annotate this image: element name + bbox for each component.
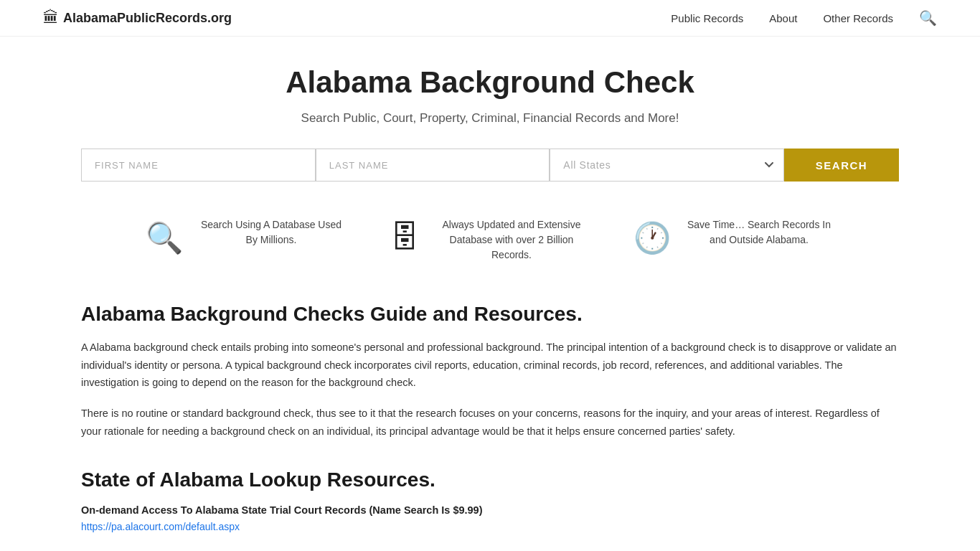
feature-text-2: Save Time… Search Records In and Outside… — [684, 217, 834, 248]
resource-title: On-demand Access To Alabama State Trial … — [81, 504, 899, 516]
guide-heading: Alabama Background Checks Guide and Reso… — [81, 303, 899, 326]
page-subtitle: Search Public, Court, Property, Criminal… — [81, 111, 899, 126]
search-form: All StatesAlabamaAlaskaArizonaArkansasCa… — [81, 149, 899, 182]
nav-other-records[interactable]: Other Records — [823, 12, 893, 24]
guide-paragraph-1: A Alabama background check entails probi… — [81, 339, 899, 392]
main-nav: Public Records About Other Records 🔍 — [671, 9, 937, 27]
nav-search-icon[interactable]: 🔍 — [919, 9, 937, 27]
site-logo[interactable]: 🏛 AlabamaPublicRecords.org — [43, 9, 232, 27]
feature-icon-0: 🔍 — [146, 220, 183, 255]
page-title: Alabama Background Check — [81, 65, 899, 100]
feature-icon-2: 🕐 — [633, 220, 671, 255]
lookup-section: State of Alabama Lookup Resources. On-de… — [81, 468, 899, 533]
features-row: 🔍 Search Using A Database Used By Millio… — [81, 217, 899, 263]
search-button[interactable]: SEARCH — [784, 149, 899, 182]
state-select[interactable]: All StatesAlabamaAlaskaArizonaArkansasCa… — [550, 149, 784, 182]
feature-item: 🕐 Save Time… Search Records In and Outsi… — [633, 217, 834, 255]
nav-about[interactable]: About — [769, 12, 797, 24]
guide-section: Alabama Background Checks Guide and Reso… — [81, 303, 899, 440]
guide-paragraph-2: There is no routine or standard backgrou… — [81, 405, 899, 440]
first-name-input[interactable] — [81, 149, 316, 182]
logo-icon: 🏛 — [43, 9, 59, 27]
nav-public-records[interactable]: Public Records — [671, 12, 743, 24]
feature-text-0: Search Using A Database Used By Millions… — [196, 217, 347, 248]
logo-text: AlabamaPublicRecords.org — [63, 11, 232, 26]
feature-item: 🔍 Search Using A Database Used By Millio… — [146, 217, 347, 255]
feature-text-1: Always Updated and Extensive Database wi… — [433, 217, 590, 263]
resource-link[interactable]: https://pa.alacourt.com/default.aspx — [81, 521, 240, 532]
last-name-input[interactable] — [316, 149, 550, 182]
lookup-heading: State of Alabama Lookup Resources. — [81, 468, 899, 491]
feature-item: 🗄 Always Updated and Extensive Database … — [390, 217, 590, 263]
feature-icon-1: 🗄 — [390, 220, 420, 255]
